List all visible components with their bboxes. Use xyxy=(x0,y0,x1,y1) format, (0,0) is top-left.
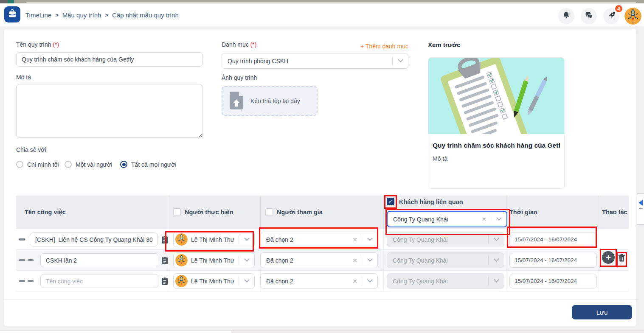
assignee-name: Lê Thị Minh Thư xyxy=(188,257,239,264)
description-textarea[interactable] xyxy=(16,84,203,138)
column-header-actions: Thao tác xyxy=(602,209,627,215)
file-upload-icon xyxy=(228,91,245,112)
customer-filter-value: Công Ty Quang Khải xyxy=(388,216,477,223)
participants-column-checkbox[interactable] xyxy=(265,208,273,216)
required-mark: (*) xyxy=(53,41,59,48)
drag-handle[interactable] xyxy=(28,280,34,282)
assignee-select[interactable]: Lê Thị Minh Thư xyxy=(173,232,255,247)
participants-select[interactable]: Đã chọn 2 ✕ xyxy=(260,232,378,247)
chevron-down-icon[interactable] xyxy=(239,258,254,262)
browser-edge-bottom xyxy=(0,330,644,333)
task-checklist-icon[interactable] xyxy=(161,235,168,246)
assignee-select[interactable]: Lê Thị Minh Thư xyxy=(173,273,255,289)
participants-select[interactable]: Đã chọn 2 ✕ xyxy=(260,252,378,268)
share-with-label: Chia sẻ với xyxy=(16,146,46,153)
rocket-icon xyxy=(607,11,616,22)
preview-heading: Xem trước xyxy=(428,41,461,48)
customer-select-disabled: Công Ty Quang Khải xyxy=(387,273,504,289)
chat-icon xyxy=(585,11,593,22)
customer-value: Công Ty Quang Khải xyxy=(387,278,488,285)
share-option-everyone[interactable]: Tất cả mọi người xyxy=(120,161,176,168)
delete-row-button[interactable] xyxy=(618,253,626,264)
customer-filter-select[interactable]: Công Ty Quang Khải ✕ xyxy=(387,211,507,227)
process-name-input-wrap xyxy=(16,52,203,67)
collapse-panel-tab[interactable] xyxy=(637,193,644,225)
customer-column-checkbox[interactable] xyxy=(387,198,394,205)
preview-card: Quy trình chăm sóc khách hàng của Getfly… xyxy=(428,57,565,189)
date-range-input[interactable]: 15/07/2024 - 16/07/2024 xyxy=(509,274,597,288)
drag-handle[interactable] xyxy=(28,259,34,261)
preview-subtitle: Mô tả xyxy=(433,155,560,162)
task-name-input[interactable] xyxy=(46,257,153,264)
column-divider xyxy=(599,196,599,229)
process-image-label: Ảnh quy trình xyxy=(222,74,257,81)
drag-handle[interactable] xyxy=(19,259,25,261)
clear-x-icon[interactable]: ✕ xyxy=(348,278,362,285)
chat-button[interactable] xyxy=(581,8,597,24)
browser-edge-segment xyxy=(0,330,231,333)
chevron-down-icon[interactable] xyxy=(239,279,254,283)
collapse-tab-bar xyxy=(639,208,643,209)
drag-handle[interactable] xyxy=(19,280,25,282)
add-category-link[interactable]: + Thêm danh mục xyxy=(307,43,408,50)
assignee-avatar xyxy=(175,275,188,287)
briefcase-icon xyxy=(7,8,17,20)
radio-checked-icon[interactable] xyxy=(120,161,127,168)
column-divider xyxy=(383,196,384,229)
radio-unchecked-icon[interactable] xyxy=(65,161,72,168)
column-divider xyxy=(383,229,384,291)
process-name-input[interactable] xyxy=(22,56,197,63)
chevron-down-icon[interactable] xyxy=(362,279,377,283)
notification-count-badge: 4 xyxy=(614,4,623,13)
share-option-some-people[interactable]: Một vài người xyxy=(65,161,112,168)
task-checklist-icon[interactable] xyxy=(161,256,168,266)
task-name-input-wrap xyxy=(40,253,158,267)
assignee-avatar xyxy=(175,233,188,246)
task-name-input[interactable] xyxy=(46,278,153,285)
breadcrumb-item-process-templates[interactable]: Mẫu quy trình xyxy=(62,11,101,19)
image-dropzone[interactable]: Kéo thả tệp tại đây xyxy=(222,86,318,116)
chevron-down-icon[interactable] xyxy=(362,238,377,241)
participants-value: Đã chọn 2 xyxy=(261,236,348,243)
participants-select[interactable]: Đã chọn 2 ✕ xyxy=(260,273,378,289)
chevron-down-icon[interactable] xyxy=(239,238,254,241)
assignee-avatar xyxy=(175,254,188,266)
column-header-assignee: Người thực hiện xyxy=(185,209,233,215)
column-header-customer: Khách hàng liên quan xyxy=(399,199,463,205)
column-divider xyxy=(169,229,169,291)
share-option-label: Một vài người xyxy=(76,161,112,168)
breadcrumb-separator: > xyxy=(55,12,59,18)
required-mark: (*) xyxy=(250,41,257,48)
date-range-input[interactable]: 15/07/2024 - 16/07/2024 xyxy=(509,253,597,268)
breadcrumb-item-current-page: Cập nhật mẫu quy trình xyxy=(112,11,179,19)
save-button[interactable]: Lưu xyxy=(572,305,632,319)
notifications-button[interactable] xyxy=(558,8,574,24)
chevron-down-icon[interactable] xyxy=(362,258,377,262)
breadcrumb-separator: > xyxy=(105,12,108,18)
column-divider xyxy=(169,196,169,229)
user-avatar[interactable] xyxy=(624,8,641,25)
preview-title: Quy trình chăm sóc khách hàng của Getfly xyxy=(433,142,560,149)
drag-handle[interactable] xyxy=(19,238,25,241)
chevron-down-icon xyxy=(489,238,504,241)
app-logo[interactable] xyxy=(4,6,20,22)
radio-unchecked-icon[interactable] xyxy=(16,161,23,168)
share-option-label: Chỉ mình tôi xyxy=(27,161,59,168)
task-name-input[interactable] xyxy=(35,236,152,243)
preview-illustration xyxy=(428,58,564,136)
clear-x-icon[interactable]: ✕ xyxy=(477,216,491,223)
chevron-down-icon xyxy=(489,258,504,262)
card-footer xyxy=(4,299,636,326)
clear-x-icon[interactable]: ✕ xyxy=(348,236,362,243)
category-select[interactable]: Quy trình phòng CSKH xyxy=(222,53,408,69)
task-checklist-icon[interactable] xyxy=(161,277,168,287)
assignee-select[interactable]: Lê Thị Minh Thư xyxy=(173,252,255,268)
add-row-button[interactable]: + xyxy=(602,251,615,264)
date-range-input[interactable]: 15/07/2024 - 16/07/2024 xyxy=(509,232,597,247)
share-option-only-me[interactable]: Chỉ mình tôi xyxy=(16,161,59,168)
breadcrumb-item-timeline[interactable]: TimeLine xyxy=(25,11,51,19)
clear-x-icon[interactable]: ✕ xyxy=(348,257,362,264)
assignee-column-checkbox[interactable] xyxy=(173,208,181,216)
chevron-down-icon[interactable] xyxy=(393,59,408,63)
chevron-down-icon[interactable] xyxy=(491,217,506,221)
